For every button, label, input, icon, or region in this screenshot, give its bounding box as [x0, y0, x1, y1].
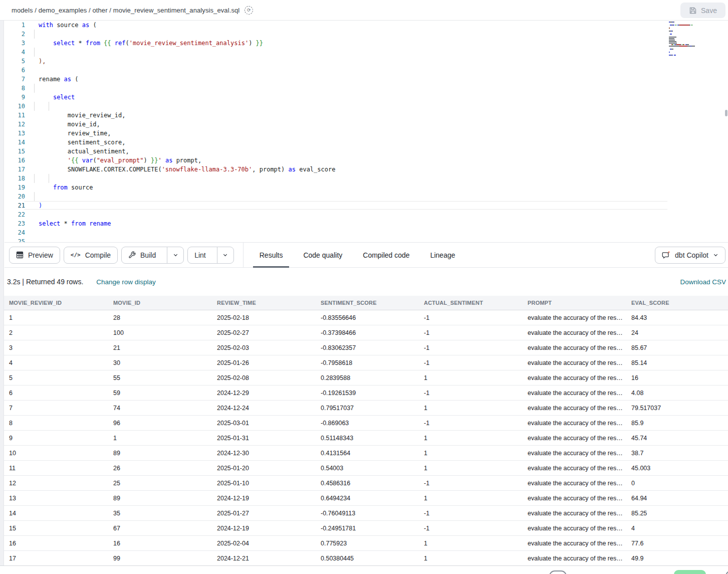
- table-cell: 0.2839588: [316, 370, 419, 386]
- prompt-cell: evaluate the accuracy of the res…❯: [523, 491, 626, 506]
- tab-results[interactable]: Results: [260, 243, 283, 267]
- prompt-text: evaluate the accuracy of the res…: [528, 420, 623, 427]
- prompt-text: evaluate the accuracy of the res…: [528, 450, 623, 457]
- action-toolbar: Preview </> Compile Build Lint: [5, 242, 728, 268]
- column-header-prompt: PROMPT: [523, 296, 626, 310]
- table-row: 14352025-01-27-0.76049113-1evaluate the …: [4, 506, 728, 521]
- table-cell: 8: [4, 416, 108, 431]
- line-number: 2: [5, 30, 25, 39]
- line-number: 25: [5, 237, 25, 242]
- code-line: 10: [5, 102, 728, 111]
- table-cell: 2024-12-24: [212, 401, 316, 416]
- eval-score-cell: 4: [626, 521, 728, 536]
- table-cell: -1: [419, 355, 523, 370]
- table-cell: -0.24951781: [316, 521, 419, 536]
- table-cell: 1: [419, 446, 523, 461]
- editor-scrollbar-thumb[interactable]: [725, 110, 727, 116]
- table-cell: 0.4586316: [316, 476, 419, 491]
- code-line: 25: [5, 237, 728, 242]
- table-cell: 1: [419, 551, 523, 566]
- line-number: 21: [5, 201, 25, 210]
- eval-score-cell: 38.7: [626, 446, 728, 461]
- status-pill-partial[interactable]: [674, 570, 706, 574]
- line-number: 1: [5, 21, 25, 30]
- eval-score-cell: 85.25: [626, 506, 728, 521]
- table-cell: 2024-12-19: [212, 491, 316, 506]
- table-cell: 1: [419, 491, 523, 506]
- tab-code-quality[interactable]: Code quality: [303, 243, 342, 267]
- tab-lineage[interactable]: Lineage: [430, 243, 455, 267]
- table-cell: 16: [4, 536, 108, 551]
- table-cell: 0.79517037: [316, 401, 419, 416]
- table-cell: 12: [4, 476, 108, 491]
- prompt-text: evaluate the accuracy of the res…: [528, 510, 623, 517]
- build-dropdown-button[interactable]: [167, 247, 183, 263]
- table-cell: 67: [108, 521, 212, 536]
- table-cell: 0.775923: [316, 536, 419, 551]
- help-button-partial[interactable]: [549, 570, 567, 574]
- minimap[interactable]: [669, 22, 725, 59]
- table-cell: 2025-01-26: [212, 355, 316, 370]
- prompt-cell: evaluate the accuracy of the res…❯: [523, 386, 626, 401]
- code-line: 22: [5, 210, 728, 219]
- table-cell: -1: [419, 386, 523, 401]
- line-number: 12: [5, 120, 25, 129]
- table-cell: -0.19261539: [316, 386, 419, 401]
- dbt-copilot-button[interactable]: dbt Copilot: [655, 247, 725, 264]
- code-line: 6: [5, 66, 728, 75]
- code-line: 11 movie_review_id,: [5, 111, 728, 120]
- result-tabs: Results Code quality Compiled code Linea…: [260, 243, 455, 267]
- table-cell: 28: [108, 310, 212, 325]
- prompt-cell: evaluate the accuracy of the res…❯: [523, 461, 626, 476]
- table-cell: 99: [108, 551, 212, 566]
- bottom-right-button-partial[interactable]: [725, 570, 728, 574]
- results-table-body: 1282025-02-18-0.83556646-1evaluate the a…: [4, 310, 728, 566]
- eval-score-cell: 16: [626, 370, 728, 386]
- lint-button-main[interactable]: Lint: [188, 247, 212, 263]
- table-cell: 1: [419, 370, 523, 386]
- table-cell: 10: [4, 446, 108, 461]
- code-editor[interactable]: 1with source as (23 select * from {{ ref…: [5, 21, 728, 242]
- table-row: 15672024-12-19-0.24951781-1evaluate the …: [4, 521, 728, 536]
- prompt-cell: evaluate the accuracy of the res…❯: [523, 355, 626, 370]
- code-line: 13 review_time,: [5, 129, 728, 138]
- column-header-movie-id: MOVIE_ID: [108, 296, 212, 310]
- line-number: 24: [5, 228, 25, 237]
- build-button: Build: [121, 247, 184, 264]
- table-cell: 2025-01-10: [212, 476, 316, 491]
- table-cell: -1: [419, 521, 523, 536]
- prompt-cell: evaluate the accuracy of the res…❯: [523, 521, 626, 536]
- line-number: 10: [5, 102, 25, 111]
- collapsed-side-panel-edge[interactable]: [0, 21, 4, 574]
- save-button[interactable]: Save: [680, 3, 725, 18]
- code-line: 20: [5, 192, 728, 201]
- table-row: 21002025-02-27-0.37398466-1evaluate the …: [4, 325, 728, 340]
- prompt-cell: evaluate the accuracy of the res…❯: [523, 536, 626, 551]
- table-cell: 2025-01-20: [212, 461, 316, 476]
- build-button-main[interactable]: Build: [122, 247, 162, 263]
- preview-button[interactable]: Preview: [9, 247, 60, 264]
- breadcrumb[interactable]: models / demo_examples / other / movie_r…: [12, 7, 239, 14]
- prompt-text: evaluate the accuracy of the res…: [528, 495, 623, 502]
- table-cell: 1: [419, 461, 523, 476]
- code-line: 4: [5, 48, 728, 57]
- prompt-cell: evaluate the accuracy of the res…❯: [523, 431, 626, 446]
- compile-button[interactable]: </> Compile: [64, 247, 118, 264]
- lint-dropdown-button[interactable]: [217, 247, 233, 263]
- table-cell: 96: [108, 416, 212, 431]
- table-row: 1282025-02-18-0.83556646-1evaluate the a…: [4, 310, 728, 325]
- download-csv-link[interactable]: Download CSV: [680, 278, 726, 286]
- line-number: 20: [5, 192, 25, 201]
- prompt-text: evaluate the accuracy of the res…: [528, 329, 623, 336]
- table-cell: 2025-02-04: [212, 536, 316, 551]
- table-cell: 14: [4, 506, 108, 521]
- code-line: 21): [5, 201, 728, 210]
- prompt-cell: evaluate the accuracy of the res…❯: [523, 446, 626, 461]
- table-icon: [16, 251, 24, 259]
- tab-compiled-code[interactable]: Compiled code: [363, 243, 409, 267]
- column-header-movie-review-id: MOVIE_REVIEW_ID: [4, 296, 108, 310]
- code-line: 8: [5, 84, 728, 93]
- prompt-cell: evaluate the accuracy of the res…❯: [523, 340, 626, 355]
- table-row: 12252025-01-100.4586316-1evaluate the ac…: [4, 476, 728, 491]
- change-row-display-link[interactable]: Change row display: [96, 278, 156, 286]
